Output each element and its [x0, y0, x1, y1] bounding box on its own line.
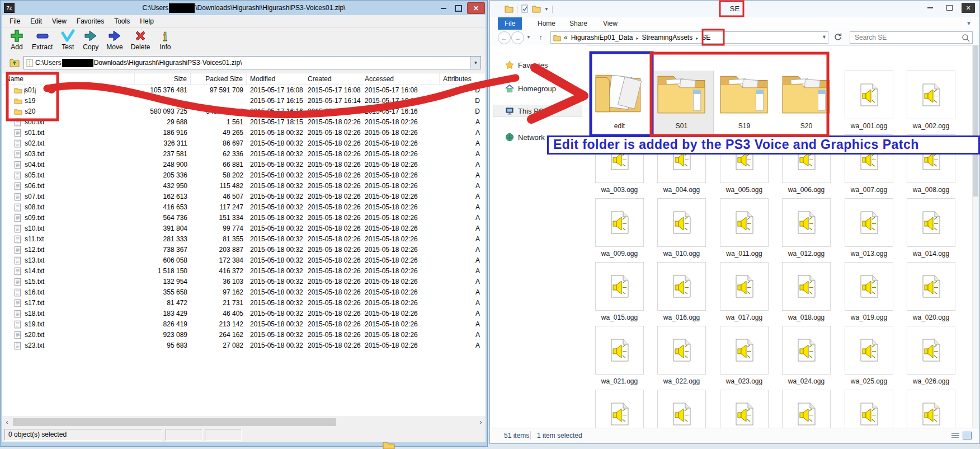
close-button[interactable]: ✕	[467, 2, 485, 14]
menu-help[interactable]: Help	[135, 15, 159, 27]
table-row[interactable]: s20.txt923 089264 1622015-05-18 00:32201…	[2, 330, 486, 340]
table-row[interactable]: s15.txt132 95436 1032015-05-18 00:322015…	[2, 277, 486, 287]
file-item[interactable]: wa_017.ogg	[720, 262, 769, 311]
table-row[interactable]: s18.txt183 42946 4052015-05-18 00:322015…	[2, 308, 486, 319]
horizontal-scrollbar[interactable]: ‹ ›	[2, 417, 486, 427]
table-row[interactable]: s04.txt248 90066 8812015-05-18 00:322015…	[2, 160, 486, 170]
tab-file[interactable]: File	[498, 17, 522, 30]
taskbar-folder-icon[interactable]	[383, 440, 395, 449]
column-header-attributes[interactable]: Attributes	[440, 73, 486, 85]
search-input[interactable]	[854, 33, 957, 42]
file-item[interactable]	[782, 390, 831, 429]
address-dropdown-icon[interactable]: ▼	[470, 57, 480, 69]
column-header-size[interactable]: Size	[135, 73, 191, 85]
explorer-titlebar[interactable]: ▼ SE ✕	[490, 1, 979, 17]
menu-file[interactable]: File	[4, 15, 25, 27]
folder-item[interactable]: S20	[782, 71, 831, 119]
column-header-name[interactable]: Name	[2, 73, 135, 85]
minimize-button[interactable]	[437, 3, 450, 13]
search-box[interactable]	[850, 31, 973, 44]
file-item[interactable]	[595, 390, 644, 429]
new-folder-icon[interactable]	[532, 4, 541, 15]
table-row[interactable]: s06.txt432 950115 4822015-05-18 00:32201…	[2, 181, 486, 191]
sevenzip-titlebar[interactable]: 7z C:\Users\Downloads\Higurashi\Higurash…	[1, 1, 487, 15]
file-item[interactable]: wa_025.ogg	[845, 326, 893, 375]
menu-view[interactable]: View	[47, 15, 72, 27]
file-item[interactable]: wa_019.ogg	[845, 262, 893, 311]
refresh-icon[interactable]	[833, 32, 842, 43]
table-row[interactable]: s08.txt416 653117 2472015-05-18 00:32201…	[2, 202, 486, 213]
table-row[interactable]: s23.txt95 68327 0822015-05-18 00:322015-…	[2, 340, 486, 351]
sidebar-item-favorites[interactable]: Favorites	[490, 59, 585, 71]
info-button[interactable]: iInfo	[154, 27, 176, 51]
file-item[interactable]	[907, 390, 955, 429]
file-item[interactable]	[845, 390, 893, 429]
table-row[interactable]: s09.txt564 736151 3342015-05-18 00:32201…	[2, 213, 486, 223]
maximize-button[interactable]	[943, 3, 956, 13]
table-row[interactable]: s12.txt738 367203 8872015-05-18 00:32201…	[2, 245, 486, 255]
tab-home[interactable]: Home	[531, 17, 562, 30]
delete-button[interactable]: Delete	[127, 27, 154, 51]
file-item[interactable]: wa_011.ogg	[720, 198, 769, 247]
file-item[interactable]	[720, 390, 769, 429]
file-item[interactable]: wa_024.ogg	[782, 326, 831, 375]
test-button[interactable]: Test	[56, 27, 79, 51]
expand-ribbon-icon[interactable]: ▼	[966, 20, 972, 26]
table-row[interactable]: s10.txt391 80499 7742015-05-18 00:322015…	[2, 223, 486, 234]
file-item[interactable]: wa_022.ogg	[657, 326, 706, 375]
folder-item[interactable]: S01	[657, 71, 706, 119]
sidebar-item-this-pc[interactable]: This PC	[493, 105, 582, 117]
file-item[interactable]: wa_009.ogg	[595, 198, 644, 247]
address-dropdown-icon[interactable]: ▼	[822, 34, 827, 40]
qat-customize-icon[interactable]: ▼	[544, 7, 549, 12]
menu-tools[interactable]: Tools	[109, 15, 135, 27]
column-header-created[interactable]: Created	[304, 73, 361, 85]
file-item[interactable]: wa_010.ogg	[657, 198, 706, 247]
up-folder-button[interactable]	[8, 56, 21, 69]
copy-button[interactable]: Copy	[79, 27, 102, 51]
scrollbar-thumb[interactable]	[973, 45, 978, 197]
table-row[interactable]: s17.txt81 47221 7312015-05-18 00:322015-…	[2, 298, 486, 308]
up-button[interactable]: ↑	[535, 31, 546, 43]
table-row[interactable]: s11.txt281 33381 3552015-05-18 00:322015…	[2, 234, 486, 245]
menu-favorites[interactable]: Favorites	[72, 15, 109, 27]
sidebar-item-homegroup[interactable]: Homegroup	[490, 82, 585, 95]
folder-icon[interactable]	[505, 4, 513, 15]
back-button[interactable]: ←	[498, 31, 511, 44]
close-button[interactable]: ✕	[962, 3, 975, 13]
file-item[interactable]: wa_013.ogg	[845, 198, 893, 247]
table-row[interactable]: s19.txt826 419213 1422015-05-18 00:32201…	[2, 319, 486, 330]
file-item[interactable]: wa_023.ogg	[720, 326, 769, 375]
recent-locations-icon[interactable]: ▼	[525, 31, 533, 43]
file-item[interactable]	[657, 390, 706, 429]
file-item[interactable]: wa_021.ogg	[595, 326, 644, 375]
vertical-scrollbar[interactable]	[972, 45, 979, 428]
folder-item[interactable]: edit	[595, 71, 644, 119]
file-item[interactable]: wa_018.ogg	[782, 262, 831, 311]
scroll-left-icon[interactable]: ‹	[2, 418, 12, 427]
address-combobox[interactable]: C:\UsersDownloads\Higurashi\HigurashiPS3…	[23, 56, 481, 69]
table-row[interactable]: s05.txt205 33658 2022015-05-18 00:322015…	[2, 170, 486, 181]
scrollbar-thumb[interactable]	[13, 418, 336, 426]
table-row[interactable]: s00.txt29 6881 5612015-05-17 18:152015-0…	[2, 117, 486, 128]
breadcrumb-item-streamingassets[interactable]: StreamingAssets	[642, 34, 692, 41]
file-item[interactable]: wa_014.ogg	[907, 198, 955, 247]
tab-share[interactable]: Share	[563, 17, 594, 30]
forward-button[interactable]: →	[511, 31, 524, 44]
menu-edit[interactable]: Edit	[25, 15, 47, 27]
folder-item[interactable]: S19	[720, 71, 769, 119]
file-item[interactable]: wa_016.ogg	[657, 262, 706, 311]
breadcrumb-bar[interactable]: « HigurashiEp01_Data▸StreamingAssets▸SE …	[550, 31, 828, 44]
table-row[interactable]: s13.txt606 058172 3842015-05-18 00:32201…	[2, 255, 486, 266]
column-header-accessed[interactable]: Accessed	[361, 73, 440, 85]
file-item[interactable]: wa_015.ogg	[595, 262, 644, 311]
column-header-packed-size[interactable]: Packed Size	[191, 73, 247, 85]
breadcrumb-item-se[interactable]: SE	[701, 34, 710, 41]
table-row[interactable]: s16.txt355 65897 1622015-05-18 00:322015…	[2, 287, 486, 298]
details-view-icon[interactable]	[951, 432, 960, 439]
scroll-right-icon[interactable]: ›	[476, 418, 486, 427]
minimize-button[interactable]	[924, 3, 937, 13]
table-row[interactable]: s20580 093 725543 383 9662015-05-17 16:1…	[2, 106, 486, 117]
maximize-button[interactable]	[452, 3, 465, 13]
move-button[interactable]: Move	[102, 27, 126, 51]
